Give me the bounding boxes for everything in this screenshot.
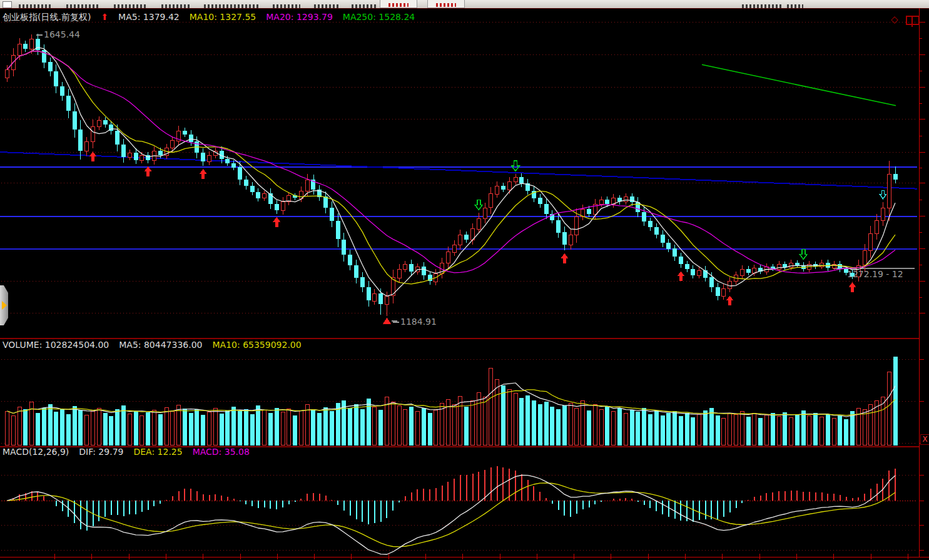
up-arrow-icon: ⬆ <box>101 12 108 22</box>
ma10-value: MA10: 1327.55 <box>190 12 256 22</box>
ma5-value: MA5: 1379.42 <box>118 12 180 22</box>
macd-panel-header: MACD(12,26,9)DIF: 29.79DEA: 12.25MACD: 3… <box>3 447 260 457</box>
trough-price-label: 1184.91 <box>393 317 437 327</box>
peak-price-label: 1645.44 <box>36 29 80 39</box>
main-panel-header: 创业板指(日线.前复权)⬆MA5: 1379.42MA10: 1327.55MA… <box>3 12 425 23</box>
volume-panel-header: VOLUME: 102824504.00MA5: 80447336.00MA10… <box>3 340 312 350</box>
instrument-title: 创业板指(日线.前复权) <box>3 12 91 22</box>
volume-ma5-value: MA5: 80447336.00 <box>119 340 202 350</box>
window-layout-icon[interactable] <box>906 16 920 25</box>
candlestick-chart-canvas[interactable] <box>0 0 929 560</box>
macd-name: MACD(12,26,9) <box>3 447 69 457</box>
tick-dash <box>393 322 399 323</box>
volume-value: VOLUME: 102824504.00 <box>3 340 109 350</box>
ma250-value: MA250: 1528.24 <box>343 12 415 22</box>
ma20-value: MA20: 1293.79 <box>266 12 333 22</box>
dif-value: DIF: 29.79 <box>79 447 123 457</box>
dea-value: DEA: 12.25 <box>133 447 182 457</box>
sidebar-expand-handle[interactable] <box>0 285 8 325</box>
expand-triangle-icon <box>2 301 7 310</box>
level-price-label: 1272.19 - 12 <box>847 269 903 279</box>
diamond-icon[interactable]: ◇ <box>891 14 898 24</box>
macd-value: MACD: 35.08 <box>193 447 250 457</box>
volume-ma10-value: MA10: 65359092.00 <box>213 340 302 350</box>
panel-close-button[interactable]: X <box>920 434 929 445</box>
stock-app-window: 创业板指(日线.前复权)⬆MA5: 1379.42MA10: 1327.55MA… <box>0 0 929 560</box>
tick-dash <box>36 34 43 36</box>
